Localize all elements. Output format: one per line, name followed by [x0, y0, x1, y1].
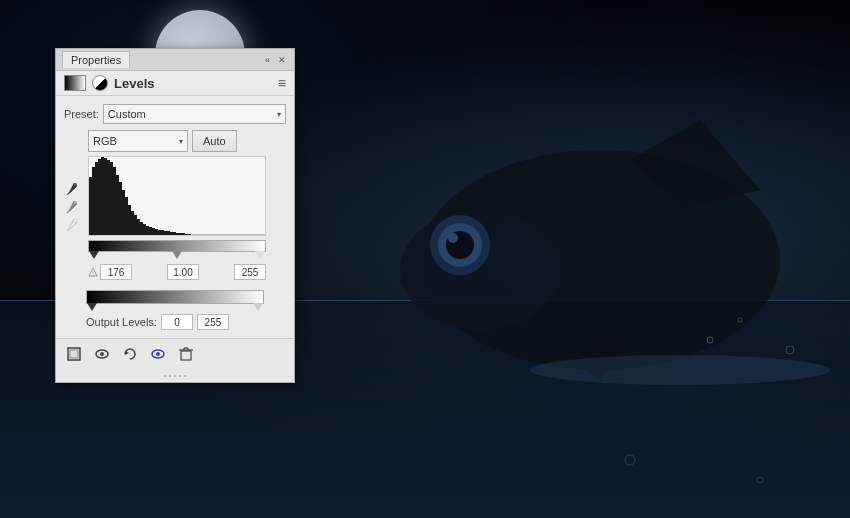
delete-button[interactable] — [176, 344, 196, 364]
svg-rect-42 — [161, 230, 164, 235]
output-white-slider[interactable] — [253, 303, 263, 311]
output-black-slider[interactable] — [87, 303, 97, 311]
close-button[interactable]: ✕ — [276, 54, 288, 66]
midtone-slider[interactable] — [172, 251, 182, 259]
svg-rect-24 — [107, 160, 110, 235]
svg-rect-41 — [158, 230, 161, 235]
input-slider-track[interactable] — [88, 240, 266, 252]
output-slider-track[interactable] — [86, 290, 264, 304]
eyedropper-black-tool[interactable] — [64, 181, 80, 197]
visibility-button[interactable] — [92, 344, 112, 364]
svg-rect-18 — [89, 177, 92, 235]
histogram-svg — [89, 157, 265, 235]
svg-rect-19 — [92, 167, 95, 235]
svg-rect-27 — [116, 175, 119, 235]
svg-rect-38 — [149, 227, 152, 235]
auto-button[interactable]: Auto — [192, 130, 237, 152]
channel-value: RGB — [93, 135, 117, 147]
output-white-value[interactable]: 255 — [197, 314, 229, 330]
preset-dropdown[interactable]: Custom ▾ — [103, 104, 286, 124]
properties-tab-label: Properties — [71, 54, 121, 66]
output-section: Output Levels: 0 255 — [64, 290, 286, 330]
properties-tab[interactable]: Properties — [62, 51, 130, 68]
svg-rect-25 — [110, 162, 113, 235]
svg-point-57 — [100, 352, 104, 356]
input-black-wrapper: ! 176 — [88, 264, 132, 280]
collapse-button[interactable]: « — [263, 54, 272, 66]
channel-controls: RGB ▾ Auto — [88, 130, 286, 152]
svg-point-14 — [74, 183, 77, 186]
svg-rect-32 — [131, 211, 134, 235]
white-point-slider[interactable] — [255, 251, 265, 259]
output-track-wrapper — [86, 290, 286, 304]
eyedropper-gray-tool[interactable] — [64, 199, 80, 215]
preset-value: Custom — [108, 108, 146, 120]
svg-rect-40 — [155, 229, 158, 235]
panel-resize-handle[interactable]: • • • • • — [56, 369, 294, 382]
eyedropper-tools — [64, 181, 80, 233]
svg-rect-47 — [176, 233, 179, 235]
channel-row: RGB ▾ Auto — [64, 130, 286, 284]
channel-arrow: ▾ — [179, 137, 183, 146]
svg-point-13 — [757, 477, 763, 483]
svg-marker-58 — [125, 351, 129, 355]
svg-rect-28 — [119, 182, 122, 235]
input-slider-wrapper — [88, 240, 286, 252]
preset-row: Preset: Custom ▾ — [64, 104, 286, 124]
channel-dropdown[interactable]: RGB ▾ — [88, 130, 188, 152]
properties-panel: Properties « ✕ Levels ≡ Preset: Custom ▾ — [55, 48, 295, 383]
input-black-value[interactable]: 176 — [100, 264, 132, 280]
fish-scene — [280, 60, 850, 500]
panel-titlebar: Properties « ✕ — [56, 49, 294, 71]
svg-rect-33 — [134, 215, 137, 235]
output-black-value[interactable]: 0 — [161, 314, 193, 330]
svg-rect-23 — [104, 158, 107, 235]
svg-point-8 — [530, 355, 830, 385]
eyedropper-white-tool[interactable] — [64, 217, 80, 233]
svg-rect-35 — [140, 222, 143, 235]
svg-rect-31 — [128, 205, 131, 235]
output-levels-label: Output Levels: — [86, 316, 157, 328]
svg-point-60 — [156, 352, 160, 356]
levels-thumbnail — [64, 75, 86, 91]
svg-text:!: ! — [92, 270, 93, 276]
output-values-row: Output Levels: 0 255 — [86, 314, 286, 330]
svg-rect-46 — [173, 232, 176, 235]
svg-point-15 — [74, 201, 77, 204]
svg-rect-55 — [70, 350, 78, 358]
svg-rect-61 — [181, 351, 191, 360]
mask-button[interactable] — [64, 344, 84, 364]
black-point-slider[interactable] — [89, 251, 99, 259]
svg-point-11 — [786, 346, 794, 354]
svg-rect-45 — [170, 232, 173, 235]
input-white-value[interactable]: 255 — [234, 264, 266, 280]
panel-title: Levels — [114, 76, 154, 91]
reset-button[interactable] — [120, 344, 140, 364]
histogram — [88, 156, 266, 236]
panel-menu-icon[interactable]: ≡ — [278, 75, 286, 91]
histogram-and-channel: RGB ▾ Auto — [88, 130, 286, 284]
svg-rect-49 — [182, 233, 185, 235]
svg-rect-29 — [122, 190, 125, 235]
input-midtone-value[interactable]: 1.00 — [167, 264, 199, 280]
svg-rect-21 — [98, 159, 101, 235]
svg-rect-51 — [188, 234, 191, 235]
svg-point-16 — [74, 219, 77, 222]
svg-rect-22 — [101, 157, 104, 235]
warning-icon: ! — [88, 267, 98, 277]
view-properties-button[interactable] — [148, 344, 168, 364]
panel-controls: « ✕ — [263, 54, 288, 66]
panel-toolbar — [56, 338, 294, 369]
svg-rect-52 — [191, 234, 265, 235]
panel-body: Preset: Custom ▾ — [56, 96, 294, 338]
svg-rect-50 — [185, 234, 188, 235]
svg-rect-26 — [113, 167, 116, 235]
svg-rect-44 — [167, 231, 170, 235]
svg-point-12 — [625, 455, 635, 465]
adjustment-icon — [92, 75, 108, 91]
svg-rect-39 — [152, 228, 155, 235]
svg-rect-20 — [95, 162, 98, 235]
svg-rect-34 — [137, 219, 140, 235]
svg-rect-36 — [143, 224, 146, 235]
preset-arrow: ▾ — [277, 110, 281, 119]
